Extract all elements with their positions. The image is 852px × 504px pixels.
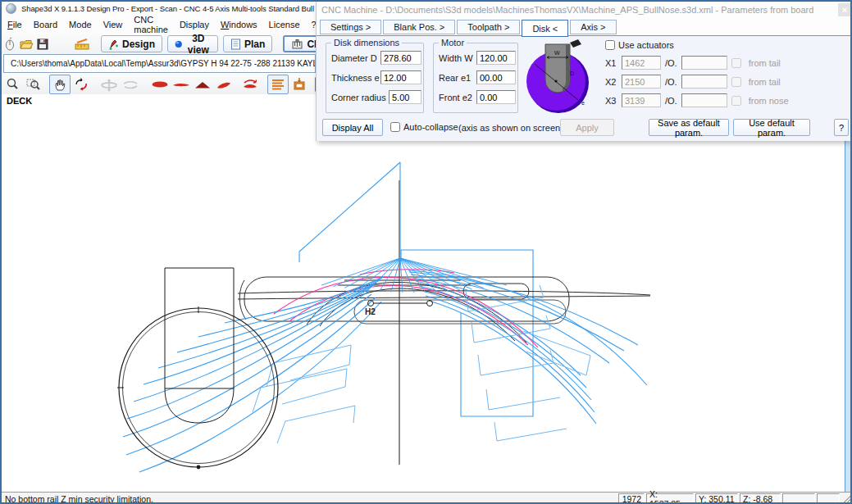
- machine-export-icon[interactable]: [289, 75, 310, 94]
- deck-view-label: DECK: [7, 96, 32, 106]
- window-right-border: [845, 94, 852, 492]
- x3-offset-label: /O.: [665, 96, 677, 106]
- use-actuators-checkbox[interactable]: [605, 40, 615, 50]
- x1-label: X1: [605, 58, 617, 68]
- x2-from-tail-checkbox[interactable]: [731, 77, 741, 87]
- x2-value-input[interactable]: [622, 75, 661, 89]
- status-y-coordinate: Y: 350.11: [695, 493, 738, 504]
- menu-license[interactable]: License: [263, 17, 306, 32]
- main-toolbar: Design 3D view Plan CNC: [2, 34, 316, 54]
- motor-front-input[interactable]: [476, 90, 516, 104]
- perspective-board-icon[interactable]: [213, 75, 235, 94]
- use-actuators-label: Use actuators: [618, 40, 674, 50]
- zoom-in-icon[interactable]: [2, 75, 23, 94]
- design-icon: [108, 39, 119, 50]
- apply-button[interactable]: Apply: [560, 119, 614, 136]
- dimensions-icon[interactable]: [74, 36, 90, 52]
- rotate-board-icon[interactable]: [239, 75, 261, 94]
- design-view-button[interactable]: Design: [101, 35, 162, 52]
- axis-note: (axis as shown on screen): [458, 123, 563, 133]
- use-actuators-row: Use actuators: [605, 40, 674, 50]
- 3d-view-button[interactable]: 3D view: [167, 35, 218, 52]
- menu-view[interactable]: View: [98, 17, 129, 32]
- drawing-canvas[interactable]: DECK: [3, 94, 845, 492]
- x3-from-nose-checkbox[interactable]: [731, 96, 741, 106]
- disk-dimensions-group: Disk dimensions Diameter D Thickness e C…: [326, 43, 424, 113]
- diagram-e-label: e: [581, 100, 585, 106]
- menu-mode[interactable]: Mode: [63, 17, 98, 32]
- x3-label: X3: [605, 96, 617, 106]
- display-all-button[interactable]: Display All: [322, 119, 383, 136]
- use-default-button[interactable]: Use default param.: [733, 119, 810, 136]
- cutting-disk-circle: [117, 306, 278, 469]
- toolpath-sweeps-left: [123, 276, 385, 472]
- x3-offset-input[interactable]: [681, 93, 727, 107]
- x3-from-nose-label: from nose: [749, 96, 789, 106]
- auto-collapse-checkbox[interactable]: [390, 122, 400, 132]
- flip-board-icon[interactable]: [120, 75, 141, 94]
- toolpath-lines-icon[interactable]: [267, 75, 289, 94]
- x1-offset-input[interactable]: [681, 56, 727, 70]
- dialog-tabs: Settings > Blank Pos. > Toolpath > Disk …: [320, 20, 618, 36]
- center-board-icon[interactable]: [98, 75, 120, 94]
- pan-hand-icon[interactable]: [49, 75, 71, 94]
- status-count: 1972: [618, 493, 645, 504]
- help-button[interactable]: ?: [834, 119, 849, 136]
- x3-value-input[interactable]: [622, 93, 661, 107]
- plan-view-button[interactable]: Plan: [223, 35, 272, 52]
- corner-radius-input[interactable]: [389, 90, 421, 104]
- x2-from-tail-label: from tail: [749, 77, 781, 87]
- tab-blank-pos[interactable]: Blank Pos. >: [383, 20, 455, 34]
- app-icon: [6, 3, 16, 14]
- status-empty-cell: [782, 493, 815, 504]
- diameter-input[interactable]: [380, 51, 421, 65]
- application-window: Shape3d X 9.1.1.3 Design Pro - Export - …: [0, 0, 852, 504]
- motor-legend: Motor: [439, 38, 467, 48]
- tab-disk[interactable]: Disk <: [522, 20, 568, 37]
- rotate-view-icon[interactable]: [71, 75, 92, 94]
- menu-windows[interactable]: Windows: [215, 17, 263, 32]
- menu-board[interactable]: Board: [28, 17, 63, 32]
- save-default-button[interactable]: Save as default param.: [649, 119, 729, 136]
- motor-rear-input[interactable]: [476, 70, 516, 84]
- x2-label: X2: [605, 77, 617, 87]
- x1-offset-label: /O.: [665, 58, 677, 68]
- thickness-label: Thickness e: [331, 73, 380, 83]
- tab-settings[interactable]: Settings >: [320, 20, 381, 34]
- outline-view-icon[interactable]: [149, 75, 171, 94]
- close-icon[interactable]: ×: [838, 3, 851, 16]
- 3d-view-label: 3D view: [186, 33, 211, 56]
- rocker-view-icon[interactable]: [171, 75, 192, 94]
- motor-width-input[interactable]: [476, 51, 516, 65]
- x2-offset-input[interactable]: [681, 75, 727, 89]
- menu-file[interactable]: File: [2, 17, 28, 32]
- auto-collapse-label: Auto-collapse: [403, 122, 458, 132]
- file-path-text: C:\Users\thoma\AppData\Local\Temp\Assur3…: [11, 59, 316, 68]
- resize-grip[interactable]: [841, 494, 852, 504]
- status-z-coordinate: Z: -8.68: [740, 493, 781, 504]
- disk-diagram: W D e: [524, 38, 593, 116]
- actuator-row-x1: X1 /O. from tail: [605, 56, 843, 70]
- diagram-d-label: D: [570, 70, 574, 76]
- status-empty-cell: [817, 493, 840, 504]
- menu-display[interactable]: Display: [174, 17, 215, 32]
- motor-rear-label: Rear e1: [439, 73, 471, 83]
- status-x-coordinate: X: 1537.85: [646, 493, 694, 504]
- disk-dimensions-legend: Disk dimensions: [331, 38, 402, 48]
- menu-bar: File Board Mode View CNC machine Display…: [2, 16, 316, 34]
- tab-toolpath[interactable]: Toolpath >: [457, 20, 520, 34]
- section-view-icon[interactable]: [192, 75, 213, 94]
- x1-value-input[interactable]: [622, 56, 661, 70]
- disk-tab-panel: Disk dimensions Diameter D Thickness e C…: [317, 36, 852, 141]
- x1-from-tail-checkbox[interactable]: [731, 58, 741, 68]
- h2-dimension-label: H2: [365, 307, 376, 316]
- open-folder-icon[interactable]: [19, 36, 34, 52]
- thickness-input[interactable]: [380, 70, 421, 84]
- pointer-tool-icon[interactable]: [2, 36, 17, 52]
- zoom-window-icon[interactable]: [23, 75, 44, 94]
- save-icon[interactable]: [35, 36, 50, 52]
- plan-view-label: Plan: [244, 39, 265, 50]
- x1-from-tail-label: from tail: [749, 58, 781, 68]
- tab-axis[interactable]: Axis >: [570, 20, 616, 34]
- file-path-bar: C:\Users\thoma\AppData\Local\Temp\Assur3…: [3, 54, 316, 73]
